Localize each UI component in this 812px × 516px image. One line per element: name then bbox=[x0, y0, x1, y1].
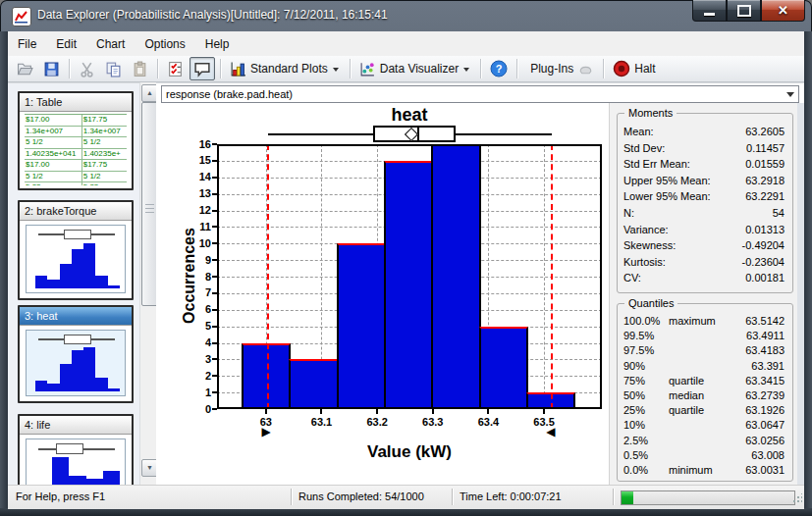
mini-histogram-bar bbox=[95, 276, 107, 287]
x-tick-mark bbox=[487, 409, 489, 414]
quantile-percent: 2.5% bbox=[623, 434, 669, 448]
menu-edit[interactable]: Edit bbox=[46, 33, 86, 55]
moments-row: Upper 95% Mean:63.2918 bbox=[623, 173, 785, 189]
thumbnail-table-cell: $17.75 bbox=[82, 115, 127, 126]
window-title: Data Explorer (Probabilistic Analysis)[U… bbox=[37, 8, 388, 22]
moments-label: Variance: bbox=[623, 222, 669, 238]
menu-chart[interactable]: Chart bbox=[86, 33, 135, 55]
mini-histogram-bar bbox=[60, 264, 72, 288]
response-selector-value: response (brake.pad.heat) bbox=[166, 88, 293, 100]
titlebar[interactable]: Data Explorer (Probabilistic Analysis)[U… bbox=[0, 0, 812, 31]
mini-boxplot-box bbox=[56, 443, 83, 454]
thumbnail-heat[interactable]: 3: heat bbox=[18, 305, 134, 403]
y-tick-label: 3 bbox=[186, 353, 211, 365]
quantile-percent: 25% bbox=[623, 403, 669, 418]
response-selector[interactable]: response (brake.pad.heat) bbox=[161, 85, 799, 103]
moments-label: Std Err Mean: bbox=[623, 156, 690, 173]
cut-button[interactable] bbox=[75, 57, 99, 80]
quantile-name: quartile bbox=[669, 403, 730, 418]
thumbnail-heat-title: 3: heat bbox=[20, 307, 132, 326]
range-marker-arrow[interactable]: ▶ bbox=[262, 425, 271, 439]
x-gridline bbox=[544, 144, 545, 409]
histogram-bar bbox=[337, 243, 386, 409]
y-tick-label: 9 bbox=[186, 254, 211, 266]
quantile-percent: 90% bbox=[623, 359, 669, 374]
quantile-name: maximum bbox=[669, 314, 730, 329]
quantile-name: minimum bbox=[669, 463, 730, 478]
mini-histogram-bar bbox=[83, 347, 95, 391]
plot-thumbnail-sidebar: 1: Table $17.00$17.751.34e+0071.34e+0075… bbox=[8, 82, 139, 486]
resize-grip[interactable] bbox=[792, 493, 802, 503]
moments-label: Skewness: bbox=[623, 237, 676, 254]
maximize-icon bbox=[737, 5, 751, 17]
moments-value: 0.01313 bbox=[745, 222, 785, 238]
right-gutter bbox=[797, 103, 804, 486]
thumbnail-table-cell: 1.34e+007 bbox=[25, 127, 82, 137]
thumbnail-table-cell: 5 1/2 bbox=[82, 172, 127, 182]
maximize-button[interactable] bbox=[727, 0, 761, 22]
menu-help[interactable]: Help bbox=[195, 33, 240, 55]
annotation-toggle-button[interactable] bbox=[189, 57, 215, 80]
statusbar-separator bbox=[452, 489, 453, 505]
mini-histogram-bar bbox=[47, 280, 59, 288]
toolbar-separator bbox=[69, 59, 70, 78]
mini-histogram-bar bbox=[72, 350, 83, 391]
plugins-button[interactable]: Plug-Ins bbox=[522, 57, 598, 80]
thumbnail-braketorque[interactable]: 2: brakeTorque bbox=[18, 200, 134, 300]
up-arrow-icon: ▲ bbox=[146, 89, 153, 96]
run-list-button[interactable] bbox=[163, 57, 188, 80]
thumbnail-life[interactable]: 4: life bbox=[18, 414, 134, 486]
minimize-button[interactable] bbox=[692, 0, 727, 22]
status-time-text: Time Left: 0:00:07:21 bbox=[460, 490, 562, 502]
moments-label: Lower 95% Mean: bbox=[623, 188, 711, 205]
cut-icon bbox=[79, 61, 95, 77]
range-marker-arrow[interactable]: ◀ bbox=[546, 425, 555, 439]
sidebar-scrollbar[interactable]: ▲ ▼ bbox=[139, 82, 157, 485]
halt-button[interactable]: Halt bbox=[609, 57, 663, 80]
y-tick-label: 2 bbox=[186, 370, 211, 382]
quantile-name: median bbox=[669, 388, 730, 403]
quantile-percent: 99.5% bbox=[623, 329, 669, 343]
paste-button[interactable] bbox=[128, 57, 152, 80]
range-marker-line bbox=[551, 144, 553, 409]
quantile-percent: 75% bbox=[623, 374, 669, 388]
y-tick-label: 1 bbox=[186, 387, 211, 398]
y-tick-label: 7 bbox=[186, 286, 211, 298]
mini-histogram-bar bbox=[83, 243, 95, 288]
open-button[interactable] bbox=[13, 57, 37, 80]
menu-options[interactable]: Options bbox=[135, 33, 194, 55]
scrollbar-grip-icon bbox=[145, 204, 154, 213]
histogram-bar bbox=[479, 327, 528, 409]
moments-label: Kurtosis: bbox=[623, 254, 666, 271]
quantile-value: 63.4911 bbox=[730, 329, 785, 343]
mini-histogram-bar bbox=[72, 249, 83, 288]
app-icon bbox=[12, 7, 31, 26]
data-visualizer-label: Data Visualizer bbox=[380, 62, 459, 76]
save-button[interactable] bbox=[39, 57, 64, 80]
moments-value: 0.00181 bbox=[745, 270, 785, 286]
thumbnail-table[interactable]: 1: Table $17.00$17.751.34e+0071.34e+0075… bbox=[18, 91, 134, 190]
mini-histogram-bar bbox=[95, 378, 107, 391]
menu-file[interactable]: File bbox=[8, 33, 46, 55]
quantile-percent: 0.5% bbox=[623, 448, 669, 463]
thumbnail-table-cell: 5.23 bbox=[82, 182, 127, 185]
thumbnail-table-cell: 5 1/2 bbox=[25, 172, 82, 182]
y-tick-label: 14 bbox=[186, 171, 211, 182]
open-icon bbox=[17, 61, 33, 77]
moments-value: -0.49204 bbox=[742, 237, 785, 254]
copy-button[interactable] bbox=[101, 57, 126, 80]
thumbnail-table-row: 5 1/25 1/2 bbox=[25, 172, 127, 183]
moments-label: CV: bbox=[623, 270, 641, 286]
quantile-name bbox=[669, 434, 730, 448]
save-icon bbox=[43, 61, 60, 77]
moments-rows: Mean:63.2605Std Dev:0.11457Std Err Mean:… bbox=[623, 124, 785, 286]
window-controls: ✕ bbox=[692, 0, 805, 22]
mini-histogram-bar bbox=[60, 364, 72, 391]
moments-value: 0.01559 bbox=[745, 156, 785, 173]
close-button[interactable]: ✕ bbox=[761, 0, 805, 22]
speech-bubble-icon bbox=[193, 61, 211, 77]
help-button[interactable]: ? bbox=[486, 57, 512, 80]
data-visualizer-button[interactable]: Data Visualizer bbox=[355, 57, 475, 80]
quantile-percent: 100.0% bbox=[623, 314, 669, 329]
standard-plots-button[interactable]: Standard Plots bbox=[226, 57, 345, 80]
